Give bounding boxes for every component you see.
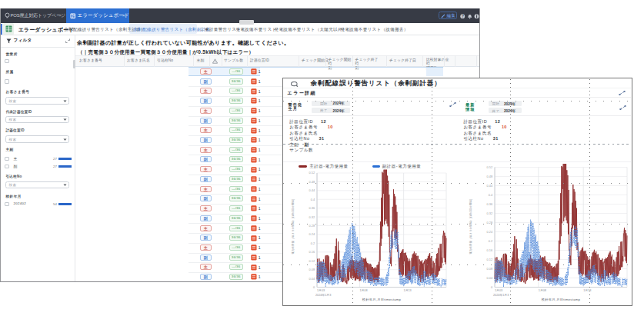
svg-text:0.04: 0.04 xyxy=(309,277,314,280)
svg-text:0.08: 0.08 xyxy=(309,268,314,271)
svg-text:0.48: 0.48 xyxy=(486,175,492,178)
svg-text:0.24: 0.24 xyxy=(486,230,492,233)
svg-text:0.36: 0.36 xyxy=(309,207,314,210)
svg-text:0.52: 0.52 xyxy=(309,171,314,175)
svg-text:0.32: 0.32 xyxy=(309,215,314,218)
svg-text:0.44: 0.44 xyxy=(486,184,492,187)
svg-text:電力使用量（毎３０分間隔）[kWh/30分間隔]: 電力使用量（毎３０分間隔）[kWh/30分間隔] xyxy=(469,199,472,254)
svg-text:0.2: 0.2 xyxy=(310,241,314,244)
svg-text:0.4: 0.4 xyxy=(310,198,314,201)
svg-text:0.04: 0.04 xyxy=(486,276,492,279)
svg-text:2024年1月3: 2024年1月3 xyxy=(493,293,509,297)
svg-text:0.2: 0.2 xyxy=(488,239,492,242)
svg-text:0.36: 0.36 xyxy=(486,202,492,205)
svg-text:1月03: 1月03 xyxy=(317,289,325,292)
svg-text:2024年1月3: 2024年1月3 xyxy=(315,293,331,297)
svg-text:0.44: 0.44 xyxy=(309,189,314,192)
svg-text:0.12: 0.12 xyxy=(486,258,492,261)
svg-text:0.12: 0.12 xyxy=(309,259,314,262)
svg-text:1月08: 1月08 xyxy=(538,289,546,292)
svg-text:0.08: 0.08 xyxy=(486,267,492,270)
svg-text:検針年月,月日timestamp: 検針年月,月日timestamp xyxy=(541,298,580,301)
svg-text:0.16: 0.16 xyxy=(486,248,492,251)
svg-text:0.4: 0.4 xyxy=(488,193,492,196)
svg-text:0.16: 0.16 xyxy=(309,251,314,254)
svg-text:0.28: 0.28 xyxy=(309,224,314,227)
svg-text:0.32: 0.32 xyxy=(486,211,492,215)
svg-text:0: 0 xyxy=(490,285,492,288)
svg-text:電力使用量（毎３０分間隔）[kWh/30分間隔]: 電力使用量（毎３０分間隔）[kWh/30分間隔] xyxy=(291,199,295,254)
svg-text:0.52: 0.52 xyxy=(486,165,492,168)
svg-text:1月13: 1月13 xyxy=(403,289,411,292)
svg-text:?: ? xyxy=(462,14,464,18)
svg-text:1月03: 1月03 xyxy=(495,289,502,292)
svg-text:0.24: 0.24 xyxy=(309,233,314,236)
svg-text:検針年月,月日timestamp: 検針年月,月日timestamp xyxy=(362,298,401,301)
svg-text:0: 0 xyxy=(312,285,314,288)
svg-text:1月08: 1月08 xyxy=(359,289,367,292)
